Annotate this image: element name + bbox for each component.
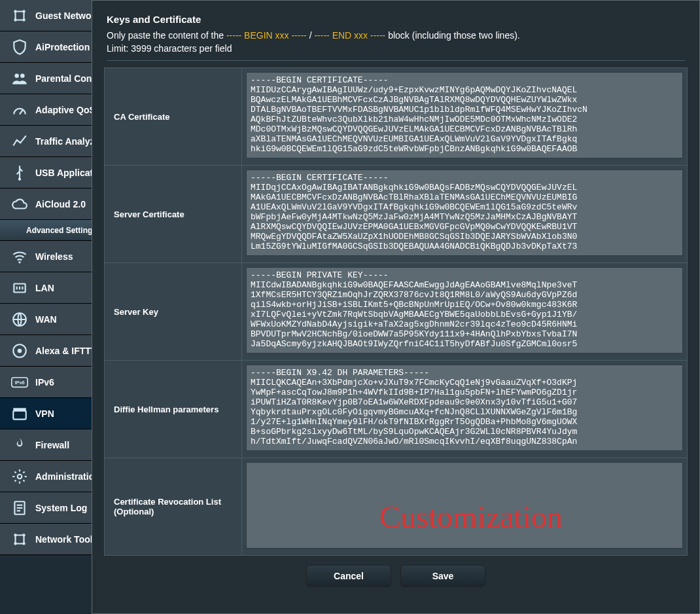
svg-line-6 <box>20 109 23 114</box>
cert-label-1: Server Certificate <box>105 166 242 263</box>
sidebar-item-label: Adaptive QoS <box>35 105 96 115</box>
cert-field-cell-2 <box>242 263 688 361</box>
cert-label-0: CA Certificate <box>105 68 242 166</box>
cert-field-cell-1 <box>242 166 688 263</box>
sidebar-item-label: AiProtection <box>35 42 90 52</box>
svg-rect-15 <box>13 410 26 419</box>
svg-point-8 <box>18 261 20 263</box>
fire-icon <box>10 436 29 454</box>
cert-label-2: Server Key <box>105 263 242 361</box>
sidebar-item-label: Firewall <box>35 440 69 450</box>
cert-label-4: Certificate Revocation List (Optional) <box>105 458 242 556</box>
instr-mid: / <box>307 30 315 41</box>
shield-icon <box>10 38 29 56</box>
cert-field-cell-0 <box>242 68 688 166</box>
ipv6-icon: IPv6 <box>10 373 29 391</box>
sidebar-item-label: Guest Network <box>35 10 100 21</box>
alexa-icon <box>10 342 29 360</box>
modal-divider <box>107 60 685 61</box>
svg-text:IPv6: IPv6 <box>14 380 24 386</box>
vpn-icon <box>10 405 29 423</box>
instr-post: block (including those two lines). <box>385 30 519 41</box>
usb-icon <box>10 164 29 182</box>
svg-point-17 <box>18 474 22 479</box>
svg-point-7 <box>18 177 21 180</box>
sidebar-item-label: Wireless <box>35 251 73 262</box>
instr-begin-hl: ----- BEGIN xxx ----- <box>226 30 307 41</box>
modal-instruction: Only paste the content of the ----- BEGI… <box>92 30 699 43</box>
svg-rect-16 <box>13 408 26 410</box>
gear-icon <box>10 467 29 486</box>
modal-limit: Limit: 3999 characters per field <box>92 43 699 60</box>
instr-pre: Only paste the content of the <box>107 30 226 41</box>
modal-buttons: Cancel Save <box>92 556 699 595</box>
cert-label-3: Diffie Hellman parameters <box>105 361 242 458</box>
log-icon <box>10 499 29 517</box>
cert-textarea-3[interactable] <box>246 365 683 451</box>
modal-title: Keys and Certificate <box>92 1 699 30</box>
svg-point-12 <box>18 348 22 353</box>
sidebar-item-label: WAN <box>35 314 57 325</box>
svg-point-5 <box>20 73 25 78</box>
lan-icon <box>10 279 29 297</box>
sidebar-item-label: AiCloud 2.0 <box>35 199 86 209</box>
cert-field-cell-3 <box>242 361 688 458</box>
cert-field-cell-4 <box>242 458 688 556</box>
gauge-icon <box>10 101 29 119</box>
sidebar-item-label: Network Tools <box>35 534 97 545</box>
sidebar-item-label: VPN <box>35 408 54 419</box>
graph-icon <box>10 132 29 151</box>
instr-end-hl: ----- END xxx ----- <box>314 30 385 41</box>
cert-textarea-1[interactable] <box>246 170 683 256</box>
svg-point-4 <box>14 73 19 78</box>
sidebar-item-label: Administration <box>35 471 100 482</box>
sidebar-item-label: Alexa & IFTTT <box>35 346 96 356</box>
sidebar-item-label: LAN <box>35 283 54 293</box>
cancel-button[interactable]: Cancel <box>306 565 391 587</box>
sidebar-item-label: IPv6 <box>35 377 54 388</box>
cert-table: CA CertificateServer CertificateServer K… <box>104 67 688 556</box>
cert-textarea-0[interactable] <box>246 72 683 158</box>
wifi-icon <box>10 247 29 266</box>
cert-textarea-2[interactable] <box>246 267 683 353</box>
net-icon <box>10 530 29 549</box>
globe-icon <box>10 310 29 329</box>
cloud-icon <box>10 195 29 213</box>
cert-textarea-4[interactable] <box>246 462 683 549</box>
sidebar-item-label: System Log <box>35 503 87 513</box>
save-button[interactable]: Save <box>400 565 485 587</box>
family-icon <box>10 69 29 88</box>
net-icon <box>10 7 29 25</box>
keys-cert-modal: Keys and Certificate Only paste the cont… <box>92 0 700 614</box>
